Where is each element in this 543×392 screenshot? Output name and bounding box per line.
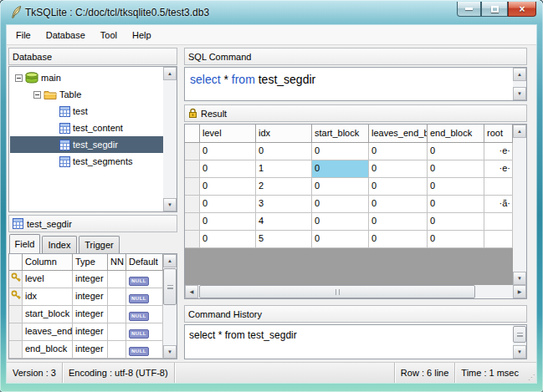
result-header-start-block[interactable]: start_block	[312, 125, 369, 143]
scroll-up-icon[interactable]: ▲	[163, 67, 177, 80]
column-header-default[interactable]: Default	[126, 254, 163, 271]
result-cell[interactable]: 1	[256, 160, 312, 178]
field-nn-cell[interactable]	[108, 271, 126, 288]
tree-item-test-segments[interactable]: test_segments	[10, 153, 172, 170]
column-header-column[interactable]: Column	[23, 254, 73, 271]
result-cell[interactable]: 2	[256, 178, 312, 196]
field-default-cell[interactable]: NULL	[126, 271, 163, 288]
maximize-button[interactable]	[481, 2, 508, 17]
field-nn-cell[interactable]	[108, 341, 126, 359]
collapse-icon[interactable]	[15, 74, 23, 82]
result-cell[interactable]: 0	[200, 178, 256, 196]
field-type-cell[interactable]: integer	[73, 288, 108, 306]
result-cell[interactable]: 0	[312, 143, 369, 160]
result-cell[interactable]: 0	[369, 143, 428, 160]
result-cell[interactable]: 0	[312, 213, 369, 231]
menu-database[interactable]: Database	[38, 28, 93, 43]
tree-item-table-folder[interactable]: Table	[10, 86, 172, 103]
tree-item-test-content[interactable]: test_content	[10, 120, 172, 136]
scroll-left-icon[interactable]: ◀	[185, 285, 198, 298]
row-selector[interactable]	[185, 178, 200, 196]
scroll-down-icon[interactable]: ▼	[513, 345, 526, 359]
field-default-cell[interactable]: NULL	[126, 341, 163, 359]
scroll-down-icon[interactable]: ▼	[513, 87, 526, 100]
scroll-up-icon[interactable]: ▲	[513, 125, 526, 138]
result-cell[interactable]: 0	[369, 178, 428, 196]
scroll-down-icon[interactable]: ▼	[513, 272, 526, 285]
result-cell[interactable]	[484, 213, 513, 231]
result-cell[interactable]: 0	[428, 143, 484, 160]
field-nn-cell[interactable]	[108, 288, 126, 306]
minimize-button[interactable]	[457, 2, 481, 17]
tree-item-test-segdir[interactable]: test_segdir	[10, 136, 172, 153]
scrollbar-thumb[interactable]	[199, 285, 475, 298]
result-cell[interactable]: 0	[428, 178, 484, 196]
result-header-root[interactable]: root	[484, 125, 513, 143]
field-type-cell[interactable]: integer	[73, 341, 108, 359]
field-name-cell[interactable]: start_block	[23, 306, 73, 323]
scrollbar-thumb[interactable]	[163, 268, 177, 305]
row-selector[interactable]	[185, 143, 200, 160]
scrollbar-thumb[interactable]	[513, 326, 526, 343]
menu-help[interactable]: Help	[125, 28, 159, 43]
sql-scrollbar[interactable]: ▲ ▼	[513, 68, 526, 100]
field-default-cell[interactable]: NULL	[126, 288, 163, 306]
row-selector[interactable]	[185, 196, 200, 213]
sql-command-input[interactable]: select * from test_segdir ▲ ▼	[184, 67, 527, 101]
row-selector[interactable]	[185, 160, 200, 178]
field-type-cell[interactable]: integer	[73, 306, 108, 323]
scroll-down-icon[interactable]: ▼	[163, 198, 177, 211]
result-v-scrollbar[interactable]: ▲ ▼	[513, 125, 526, 285]
history-scrollbar[interactable]: ▼	[513, 325, 526, 359]
field-grid-scrollbar[interactable]: ▲ ▼	[163, 254, 177, 359]
result-cell[interactable]: 0	[428, 231, 484, 248]
history-item[interactable]: select * from test_segdir	[189, 329, 297, 341]
result-cell[interactable]: 3	[256, 196, 312, 213]
field-name-cell[interactable]: leaves_end_block	[23, 323, 73, 341]
result-cell[interactable]: ·e·	[484, 143, 513, 160]
result-header-level[interactable]: level	[200, 125, 256, 143]
row-selector[interactable]	[185, 213, 200, 231]
field-nn-cell[interactable]	[108, 323, 126, 341]
result-header-end-block[interactable]: end_block	[428, 125, 484, 143]
result-cell[interactable]	[484, 178, 513, 196]
result-cell[interactable]: 0	[428, 160, 484, 178]
tree-item-test[interactable]: test	[10, 103, 172, 120]
field-name-cell[interactable]: idx	[23, 288, 73, 306]
field-type-cell[interactable]: integer	[73, 323, 108, 341]
field-type-cell[interactable]: integer	[73, 271, 108, 288]
result-cell-selected[interactable]: 0	[312, 160, 369, 178]
scroll-up-icon[interactable]: ▲	[163, 254, 177, 267]
result-cell[interactable]: 0	[428, 213, 484, 231]
result-cell[interactable]: 0	[312, 231, 369, 248]
column-header-type[interactable]: Type	[73, 254, 108, 271]
field-nn-cell[interactable]	[108, 306, 126, 323]
result-cell[interactable]: 0	[312, 178, 369, 196]
field-default-cell[interactable]: NULL	[126, 306, 163, 323]
result-cell[interactable]: 4	[256, 213, 312, 231]
result-cell[interactable]: 0	[200, 231, 256, 248]
tree-scrollbar[interactable]: ▲ ▼	[163, 67, 177, 211]
scroll-right-icon[interactable]: ▶	[513, 285, 526, 298]
result-cell[interactable]: 0	[200, 143, 256, 160]
tab-field[interactable]: Field	[9, 234, 40, 253]
tree-item-main[interactable]: main	[10, 69, 172, 86]
scroll-down-icon[interactable]: ▼	[163, 345, 177, 359]
result-cell[interactable]: ·e·	[484, 160, 513, 178]
row-selector[interactable]	[185, 231, 200, 248]
result-cell[interactable]: 0	[369, 196, 428, 213]
result-cell[interactable]: ·ã·	[484, 196, 513, 213]
result-cell[interactable]: 0	[200, 213, 256, 231]
field-default-cell[interactable]: NULL	[126, 323, 163, 341]
close-button[interactable]: ×	[508, 2, 536, 17]
result-header-leaves-end-block[interactable]: leaves_end_block	[369, 125, 428, 143]
result-cell[interactable]: 0	[369, 213, 428, 231]
result-cell[interactable]: 0	[369, 160, 428, 178]
title-bar[interactable]: TkSQLite : C:/doc/tcl/tksqlite0.5/test3.…	[0, 0, 543, 25]
result-cell[interactable]	[484, 231, 513, 248]
column-header-nn[interactable]: NN	[108, 254, 126, 271]
result-cell[interactable]: 0	[256, 143, 312, 160]
tab-index[interactable]: Index	[42, 236, 77, 253]
result-cell[interactable]: 0	[428, 196, 484, 213]
result-cell[interactable]: 0	[312, 196, 369, 213]
